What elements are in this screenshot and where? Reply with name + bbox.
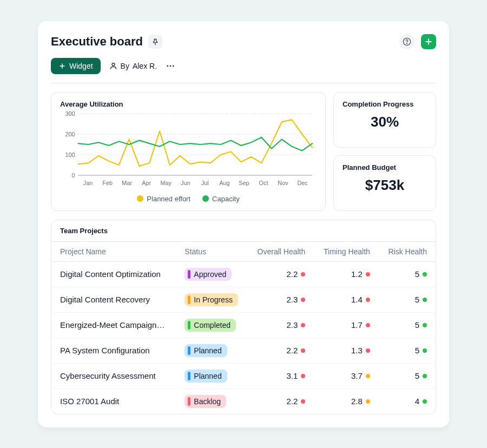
- table-row[interactable]: ISO 27001 AuditBacklog2.22.84: [51, 388, 436, 414]
- col-header-overall[interactable]: Overall Health: [248, 241, 314, 261]
- health-value: 2.2: [286, 397, 298, 406]
- health-dot-icon: [423, 298, 427, 302]
- health-value: 2.3: [286, 295, 298, 304]
- svg-text:Nov: Nov: [278, 179, 288, 186]
- health-value: 2.2: [286, 269, 298, 279]
- cell-risk-health: 5: [379, 363, 436, 388]
- status-pill: Planned: [185, 370, 227, 383]
- svg-text:Mar: Mar: [122, 179, 132, 186]
- cell-risk-health: 5: [379, 312, 436, 338]
- health-value: 5: [415, 295, 419, 304]
- status-pill: Backlog: [185, 395, 226, 408]
- status-bar-icon: [188, 397, 190, 406]
- cell-project-name: Energized-Meet Campaign Launch: [51, 312, 176, 338]
- col-header-timing[interactable]: Timing Health: [314, 241, 379, 261]
- legend-item-planned: Planned effort: [137, 195, 190, 203]
- col-header-name[interactable]: Project Name: [51, 241, 176, 261]
- table-row[interactable]: Energized-Meet Campaign LaunchCompleted2…: [51, 312, 436, 338]
- author-chip[interactable]: By Alex R.: [109, 62, 157, 70]
- status-bar-icon: [188, 346, 190, 355]
- add-widget-button[interactable]: Widget: [51, 58, 101, 74]
- health-value: 3.7: [351, 371, 363, 380]
- status-bar-icon: [188, 372, 190, 380]
- health-dot-icon: [423, 374, 427, 378]
- page-title: Executive board: [51, 35, 143, 49]
- help-button[interactable]: [399, 34, 414, 49]
- legend-dot-icon: [202, 195, 209, 202]
- health-dot-icon: [366, 348, 370, 353]
- svg-text:200: 200: [65, 130, 75, 137]
- svg-text:Oct: Oct: [259, 179, 268, 186]
- svg-text:Jul: Jul: [201, 179, 209, 186]
- cell-overall-health: 2.3: [248, 312, 314, 338]
- add-widget-label: Widget: [69, 62, 93, 70]
- health-value: 2.8: [351, 397, 363, 406]
- health-dot-icon: [366, 323, 370, 327]
- status-label: Planned: [194, 372, 221, 380]
- cell-project-name: ISO 27001 Audit: [51, 388, 176, 414]
- plus-icon: [58, 62, 66, 70]
- svg-text:Feb: Feb: [102, 179, 113, 186]
- status-pill: In Progress: [185, 293, 238, 306]
- legend-label: Planned effort: [147, 195, 190, 203]
- add-button[interactable]: [421, 34, 436, 49]
- table-row[interactable]: PA System ConfigurationPlanned2.21.35: [51, 338, 436, 363]
- utilization-chart-panel: Average Utilization 0100200300JanFebMarA…: [51, 92, 326, 211]
- health-value: 1.3: [351, 346, 363, 355]
- svg-text:Apr: Apr: [142, 179, 151, 186]
- table-row[interactable]: Digital Content RecoveryIn Progress2.31.…: [51, 287, 436, 312]
- cell-project-name: Digital Content Recovery: [51, 287, 176, 312]
- line-chart: 0100200300JanFebMarAprMayJunJulAugSepOct…: [60, 108, 317, 189]
- pin-icon: [152, 38, 159, 45]
- chart-area: 0100200300JanFebMarAprMayJunJulAugSepOct…: [60, 108, 317, 192]
- svg-text:May: May: [161, 179, 172, 186]
- cell-overall-health: 2.2: [248, 338, 314, 363]
- health-value: 2.3: [286, 320, 298, 330]
- table-row[interactable]: Cybersecurity AssessmentPlanned3.13.75: [51, 363, 436, 388]
- cell-risk-health: 5: [379, 287, 436, 312]
- health-dot-icon: [423, 399, 427, 404]
- kpi-title: Planned Budget: [343, 163, 427, 172]
- legend-label: Capacity: [212, 195, 240, 203]
- kpi-grid: Average Utilization 0100200300JanFebMarA…: [51, 92, 436, 211]
- help-icon: [403, 37, 411, 46]
- health-value: 1.7: [351, 320, 363, 330]
- cell-overall-health: 3.1: [248, 363, 314, 388]
- pin-button[interactable]: [148, 35, 162, 49]
- plus-icon: [424, 37, 433, 46]
- health-value: 1.2: [351, 269, 363, 279]
- more-button[interactable]: [166, 61, 175, 71]
- status-bar-icon: [188, 295, 190, 304]
- status-label: Backlog: [194, 397, 221, 406]
- status-bar-icon: [188, 321, 190, 330]
- toolbar: Widget By Alex R.: [51, 58, 436, 83]
- svg-text:300: 300: [65, 110, 75, 116]
- svg-text:Dec: Dec: [297, 179, 308, 186]
- health-dot-icon: [366, 399, 370, 404]
- cell-risk-health: 5: [379, 338, 436, 363]
- budget-kpi-panel: Planned Budget $753k: [333, 155, 436, 211]
- table-row[interactable]: Digital Content OptimizationApproved2.21…: [51, 261, 436, 287]
- status-pill: Approved: [185, 268, 232, 281]
- health-value: 5: [415, 269, 419, 279]
- chart-legend: Planned effort Capacity: [60, 195, 317, 203]
- health-value: 3.1: [286, 371, 298, 380]
- completion-kpi-panel: Completion Progress 30%: [333, 92, 436, 148]
- table-header-row: Project Name Status Overall Health Timin…: [51, 241, 436, 261]
- user-icon: [109, 62, 117, 70]
- legend-dot-icon: [137, 195, 143, 202]
- cell-status: In Progress: [176, 287, 248, 312]
- status-label: In Progress: [194, 295, 233, 304]
- col-header-status[interactable]: Status: [176, 241, 248, 261]
- cell-timing-health: 1.2: [314, 261, 379, 287]
- svg-text:0: 0: [72, 172, 75, 178]
- health-dot-icon: [423, 348, 427, 353]
- cell-project-name: Digital Content Optimization: [51, 261, 176, 287]
- status-pill: Planned: [185, 344, 227, 357]
- cell-timing-health: 2.8: [314, 388, 379, 414]
- col-header-risk[interactable]: Risk Health: [379, 241, 436, 261]
- health-value: 2.2: [286, 346, 298, 355]
- more-icon: [166, 61, 175, 71]
- svg-point-5: [173, 65, 174, 67]
- cell-overall-health: 2.2: [248, 261, 314, 287]
